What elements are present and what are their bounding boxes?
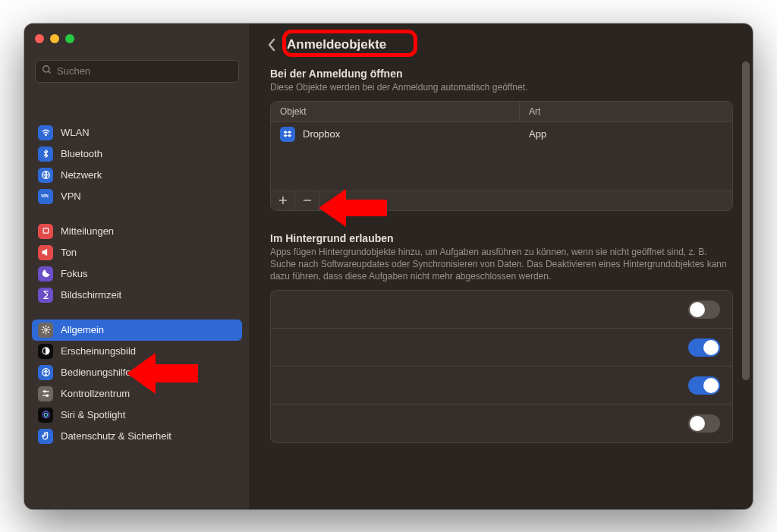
content-body: Bei der Anmeldung öffnen Diese Objekte w…: [250, 63, 753, 509]
sidebar-item-label: Erscheinungsbild: [61, 345, 136, 357]
background-subtitle: Apps fügen Hintergrundobjekte hinzu, um …: [270, 246, 733, 283]
background-item: [271, 405, 732, 442]
sidebar-item-siri-spotlight[interactable]: Siri & Spotlight: [32, 405, 242, 426]
add-button[interactable]: [271, 191, 295, 210]
toggle-switch[interactable]: [688, 376, 720, 395]
svg-point-14: [42, 411, 49, 418]
moon-icon: [38, 266, 53, 282]
svg-rect-5: [43, 228, 49, 234]
sidebar-item-bildschirmzeit[interactable]: Bildschirmzeit: [32, 285, 242, 306]
sidebar-item-netzwerk[interactable]: Netzwerk: [32, 165, 242, 186]
sidebar-item-label: Siri & Spotlight: [61, 409, 125, 420]
login-open-subtitle: Diese Objekte werden bei der Anmeldung a…: [270, 81, 733, 93]
table-footer: [271, 190, 732, 210]
toggle-knob: [703, 340, 719, 355]
appearance-icon: [38, 344, 53, 359]
toggle-switch[interactable]: [688, 301, 720, 319]
sidebar-item-label: VPN: [61, 190, 81, 202]
background-item: [271, 367, 732, 405]
sidebar-item-datenschutz-sicherheit[interactable]: Datenschutz & Sicherheit: [32, 426, 242, 447]
remove-button[interactable]: [295, 191, 319, 210]
search-icon: [42, 65, 52, 78]
back-button[interactable]: [264, 36, 279, 54]
wifi-icon: [38, 125, 53, 140]
hourglass-icon: [38, 288, 53, 303]
svg-text:VPN: VPN: [41, 194, 49, 198]
bell-icon: [38, 224, 53, 239]
sidebar-item-allgemein[interactable]: Allgemein: [32, 320, 242, 341]
sidebar-item-label: Allgemein: [61, 324, 104, 335]
col-object: Objekt: [271, 102, 520, 121]
sidebar-item-ton[interactable]: Ton: [32, 242, 242, 263]
sidebar-item-fokus[interactable]: Fokus: [32, 263, 242, 285]
background-item: [271, 291, 732, 329]
login-open-title: Bei der Anmeldung öffnen: [270, 68, 733, 80]
sidebar-item-wlan[interactable]: WLAN: [32, 122, 242, 143]
toggle-switch[interactable]: [688, 338, 720, 357]
sidebar-item-label: WLAN: [61, 127, 90, 138]
content-pane: Anmeldeobjekte Bei der Anmeldung öffnen …: [250, 24, 753, 509]
svg-point-12: [43, 391, 45, 392]
sidebar-item-label: Ton: [61, 247, 77, 258]
toggle-knob: [690, 416, 705, 431]
search-input[interactable]: [57, 65, 232, 77]
sidebar-item-label: Mitteilungen: [61, 225, 114, 237]
search-field[interactable]: [35, 60, 239, 83]
svg-point-15: [44, 413, 47, 416]
settings-window: WLANBluetoothNetzwerkVPNVPNMitteilungenT…: [24, 24, 753, 509]
login-items-table: Objekt Art DropboxApp: [270, 101, 733, 211]
svg-point-0: [43, 65, 49, 71]
sidebar-list: WLANBluetoothNetzwerkVPNVPNMitteilungenT…: [24, 95, 250, 509]
minimize-window-button[interactable]: [50, 34, 59, 43]
dropbox-icon: [280, 127, 295, 142]
siri-icon: [38, 408, 53, 423]
svg-point-6: [44, 329, 46, 331]
sidebar-item-mitteilungen[interactable]: Mitteilungen: [32, 221, 242, 242]
item-kind: App: [520, 128, 732, 140]
toggle-switch[interactable]: [688, 414, 720, 433]
window-controls: [24, 24, 250, 52]
maximize-window-button[interactable]: [65, 34, 74, 43]
gear-icon: [38, 323, 53, 338]
sliders-icon: [38, 386, 53, 401]
sidebar-item-label: Fokus: [61, 268, 87, 279]
toggle-knob: [703, 378, 719, 393]
background-title: Im Hintergrund erlauben: [270, 232, 733, 244]
sidebar: WLANBluetoothNetzwerkVPNVPNMitteilungenT…: [24, 24, 250, 509]
sidebar-item-erscheinungsbild[interactable]: Erscheinungsbild: [32, 341, 242, 362]
background-item: [271, 329, 732, 367]
table-row[interactable]: DropboxApp: [271, 122, 732, 146]
table-header: Objekt Art: [271, 102, 732, 122]
sidebar-item-bluetooth[interactable]: Bluetooth: [32, 143, 242, 165]
sidebar-item-label: Datenschutz & Sicherheit: [61, 430, 171, 442]
sidebar-item-label: Bildschirmzeit: [61, 289, 121, 301]
sidebar-item-label: Kontrollzentrum: [61, 388, 130, 399]
sidebar-item-label: Bedienungshilfen: [61, 367, 137, 378]
sidebar-item-label: Bluetooth: [61, 148, 102, 159]
svg-point-2: [45, 134, 46, 136]
col-kind: Art: [520, 102, 732, 121]
scrollbar[interactable]: [741, 61, 751, 502]
item-name: Dropbox: [303, 128, 340, 140]
svg-point-13: [46, 395, 48, 396]
sidebar-item-bedienungshilfen[interactable]: Bedienungshilfen: [32, 362, 242, 383]
globe-icon: [38, 168, 53, 183]
background-list: [270, 290, 733, 443]
bt-icon: [38, 146, 53, 162]
sound-icon: [38, 245, 53, 260]
sidebar-item-vpn[interactable]: VPNVPN: [32, 186, 242, 207]
sidebar-item-kontrollzentrum[interactable]: Kontrollzentrum: [32, 383, 242, 405]
toggle-knob: [690, 302, 705, 317]
table-body: DropboxApp: [271, 122, 732, 190]
svg-line-1: [49, 71, 51, 73]
sidebar-item-label: Netzwerk: [61, 169, 102, 181]
vpn-icon: VPN: [38, 189, 53, 204]
svg-point-9: [45, 370, 46, 372]
header: Anmeldeobjekte: [250, 24, 753, 63]
hand-icon: [38, 429, 53, 444]
page-title: Anmeldeobjekte: [287, 37, 386, 52]
close-window-button[interactable]: [35, 34, 44, 43]
scrollbar-thumb[interactable]: [742, 61, 750, 380]
accessibility-icon: [38, 365, 53, 380]
